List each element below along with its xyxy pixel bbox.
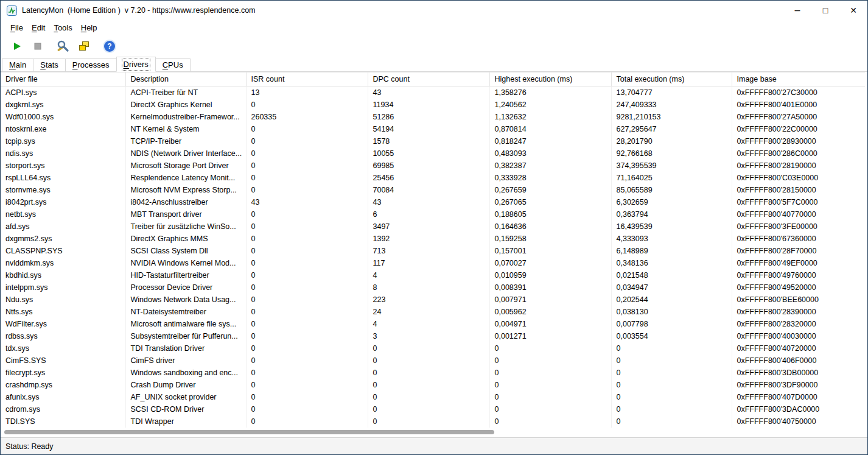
column-header[interactable]: Highest execution (ms) [489, 72, 611, 86]
table-row[interactable]: ndis.sysNDIS (Network Driver Interface..… [1, 147, 865, 160]
table-cell: 0,870814 [489, 123, 611, 135]
scrollbar-thumb[interactable] [4, 430, 494, 434]
table-row[interactable]: afd.sysTreiber für zusätzliche WinSo...0… [1, 220, 865, 233]
table-cell: i8042prt.sys [1, 196, 125, 208]
table-row[interactable]: stornvme.sysMicrosoft NVM Express Storp.… [1, 184, 865, 196]
table-cell: Microsoft antimalware file sys... [125, 318, 246, 330]
help-glyph: ? [107, 42, 111, 51]
status-bar: Status: Ready [1, 437, 867, 454]
table-cell: 0,070027 [489, 257, 611, 269]
table-cell: 0,021548 [611, 269, 732, 281]
copy-report-button[interactable] [76, 38, 92, 54]
table-cell: 6,148989 [611, 245, 732, 257]
help-button[interactable]: ? [102, 38, 117, 54]
table-cell: 0xFFFFF800'5F7C0000 [732, 196, 865, 208]
tab-drivers[interactable]: Drivers [116, 57, 156, 72]
table-cell: 69985 [368, 160, 489, 172]
close-button[interactable]: ✕ [839, 1, 867, 20]
table-cell: NT-Dateisystemtreiber [125, 306, 246, 318]
table-cell: 0 [368, 354, 489, 367]
start-monitor-button[interactable] [9, 38, 25, 54]
table-row[interactable]: rspLLL64.sysResplendence Latency Monit..… [1, 172, 865, 184]
table-row[interactable]: TDI.SYSTDI Wrapper00000xFFFFF800'4075000… [1, 415, 865, 428]
table-row[interactable]: nvlddmkm.sysNVIDIA Windows Kernel Mod...… [1, 257, 865, 269]
table-row[interactable]: WdFilter.sysMicrosoft antimalware file s… [1, 318, 865, 330]
stop-monitor-button[interactable] [30, 38, 46, 54]
table-row[interactable]: rdbss.sysSubsystemtreiber für Pufferun..… [1, 330, 865, 342]
menu-item-file[interactable]: File [6, 21, 27, 34]
tab-main[interactable]: Main [2, 58, 33, 71]
table-row[interactable]: i8042prt.sysi8042-Anschlusstreiber43430,… [1, 196, 865, 208]
maximize-button[interactable]: □ [811, 1, 839, 20]
table-row[interactable]: ntoskrnl.exeNT Kernel & System0541940,87… [1, 123, 865, 135]
table-row[interactable]: intelppm.sysProcessor Device Driver080,0… [1, 281, 865, 294]
table-row[interactable]: afunix.sysAF_UNIX socket provider00000xF… [1, 391, 865, 403]
column-header[interactable]: ISR count [246, 72, 368, 86]
table-cell: 11934 [368, 99, 489, 111]
table-cell: 0xFFFFF800'49760000 [732, 269, 865, 281]
table-row[interactable]: dxgkrnl.sysDirectX Graphics Kernel011934… [1, 99, 865, 111]
table-row[interactable]: crashdmp.sysCrash Dump Driver00000xFFFFF… [1, 379, 865, 391]
table-cell: Windows sandboxing and enc... [125, 367, 246, 379]
table-cell: 0xFFFFF800'49520000 [732, 281, 865, 294]
table-cell: HID-Tastaturfiltertreiber [125, 269, 246, 281]
table-cell: 16,439539 [611, 220, 732, 233]
column-header[interactable]: Total execution (ms) [611, 72, 732, 86]
table-cell: 0,188605 [489, 208, 611, 220]
table-cell: 0,010959 [489, 269, 611, 281]
horizontal-scrollbar[interactable] [2, 428, 866, 436]
table-row[interactable]: Ntfs.sysNT-Dateisystemtreiber0240,005962… [1, 306, 865, 318]
menu-item-help[interactable]: Help [77, 21, 102, 34]
table-cell: 0 [489, 342, 611, 354]
table-row[interactable]: ACPI.sysACPI-Treiber für NT13431,3582761… [1, 86, 865, 99]
table-row[interactable]: netbt.sysMBT Transport driver060,1886050… [1, 208, 865, 220]
table-cell: netbt.sys [1, 208, 125, 220]
table-row[interactable]: CimFS.SYSCimFS driver00000xFFFFF800'406F… [1, 354, 865, 367]
table-cell: 0 [489, 415, 611, 428]
table-cell: 0xFFFFF800'3DF90000 [732, 379, 865, 391]
column-header[interactable]: Driver file [1, 72, 125, 86]
table-row[interactable]: tdx.sysTDI Translation Driver00000xFFFFF… [1, 342, 865, 354]
column-header[interactable]: Image base [732, 72, 865, 86]
table-row[interactable]: storport.sysMicrosoft Storage Port Drive… [1, 160, 865, 172]
table-cell: 24 [368, 306, 489, 318]
table-cell: Treiber für zusätzliche WinSo... [125, 220, 246, 233]
table-cell: 0 [246, 342, 368, 354]
tab-cpus[interactable]: CPUs [155, 58, 191, 71]
table-cell: 71,164025 [611, 172, 732, 184]
table-cell: 0 [611, 415, 732, 428]
table-cell: Windows Network Data Usag... [125, 294, 246, 306]
table-row[interactable]: Ndu.sysWindows Network Data Usag...02230… [1, 294, 865, 306]
table-cell: 0 [368, 391, 489, 403]
table-row[interactable]: cdrom.sysSCSI CD-ROM Driver00000xFFFFF80… [1, 403, 865, 415]
table-cell: 0,008391 [489, 281, 611, 294]
column-header[interactable]: DPC count [368, 72, 489, 86]
menu-item-tools[interactable]: Tools [49, 21, 76, 34]
table-cell: NT Kernel & System [125, 123, 246, 135]
table-row[interactable]: CLASSPNP.SYSSCSI Class System Dll07130,1… [1, 245, 865, 257]
table-cell: 43 [246, 196, 368, 208]
table-cell: 0 [246, 415, 368, 428]
table-cell: 627,295647 [611, 123, 732, 135]
tab-stats[interactable]: Stats [33, 58, 66, 71]
table-cell: NDIS (Network Driver Interface... [125, 147, 246, 160]
table-row[interactable]: Wdf01000.sysKernelmodustreiber-Framewor.… [1, 111, 865, 123]
table-row[interactable]: kbdhid.sysHID-Tastaturfiltertreiber040,0… [1, 269, 865, 281]
table-row[interactable]: tcpip.sysTCP/IP-Treiber015780,81824728,2… [1, 135, 865, 147]
table-row[interactable]: filecrypt.sysWindows sandboxing and enc.… [1, 367, 865, 379]
drivers-table: Driver fileDescriptionISR countDPC count… [1, 72, 865, 428]
table-cell: 0,267659 [489, 184, 611, 196]
menu-item-edit[interactable]: Edit [27, 21, 49, 34]
tab-processes[interactable]: Processes [65, 58, 117, 71]
tools-wrench-icon [56, 40, 71, 53]
table-cell: rspLLL64.sys [1, 172, 125, 184]
table-row[interactable]: dxgmms2.sysDirectX Graphics MMS013920,15… [1, 233, 865, 245]
table-cell: 0,007798 [611, 318, 732, 330]
table-cell: 0,001271 [489, 330, 611, 342]
column-header[interactable]: Description [125, 72, 246, 86]
minimize-button[interactable]: – [783, 1, 811, 20]
table-cell: i8042-Anschlusstreiber [125, 196, 246, 208]
table-cell: 374,395539 [611, 160, 732, 172]
play-icon [12, 41, 22, 51]
options-button[interactable] [55, 38, 71, 54]
